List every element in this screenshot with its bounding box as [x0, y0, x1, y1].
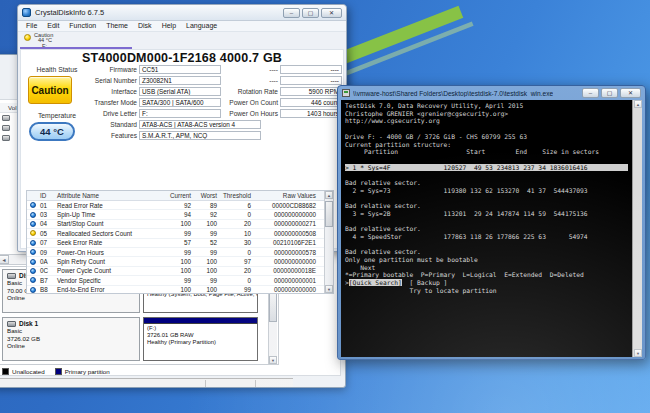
- drive-tab-strip: Caution 44 °C F:: [18, 32, 346, 49]
- scroll-down-arrow-icon[interactable]: ▼: [325, 285, 333, 293]
- legend-swatch: [2, 368, 9, 375]
- field-row: Rotation Rate 5900 RPM: [224, 86, 342, 97]
- table-row[interactable]: 0C Power Cycle Count 100 100 20 00000000…: [27, 267, 333, 276]
- field-value: 1403 hours: [280, 109, 342, 118]
- attribute-status-icon: [30, 240, 36, 246]
- field-label: Power On Hours: [224, 110, 278, 117]
- disk-row: Disk 1 Basic 3726.02 GB Online (F:) 3726…: [0, 317, 278, 361]
- scroll-up-arrow-icon[interactable]: ▲: [325, 191, 333, 199]
- caution-status-icon: [24, 34, 31, 41]
- scrollbar-thumb[interactable]: [325, 201, 333, 227]
- minimize-button[interactable]: –: [283, 8, 300, 18]
- field-value: 446 count: [280, 98, 342, 107]
- menu-item[interactable]: File: [21, 21, 42, 31]
- field-value: ATA8-ACS | ATA8-ACS version 4: [139, 120, 261, 129]
- maximize-button[interactable]: ▢: [302, 8, 319, 18]
- table-row[interactable]: 01 Read Error Rate 92 89 6 00000CD88682: [27, 201, 333, 210]
- disk-state: Online: [7, 294, 135, 301]
- field-row: Power On Hours 1403 hours: [224, 108, 342, 119]
- drive-info-panel: ST4000DM000-1F2168 4000.7 GB Health Stat…: [20, 49, 344, 249]
- table-row[interactable]: B8 End-to-End Error 100 100 99 000000000…: [27, 286, 333, 294]
- legend-swatch: [55, 368, 62, 375]
- field-value: 5900 RPM: [280, 87, 342, 96]
- menu-item[interactable]: Disk: [133, 21, 157, 31]
- attribute-status-icon: [30, 259, 36, 265]
- field-value: CC51: [139, 65, 221, 74]
- field-label: Power On Count: [224, 99, 278, 106]
- testdisk-window[interactable]: \\vmware-host\Shared Folders\Desktop\tes…: [337, 85, 646, 360]
- volume-health: Healthy (Primary Partition): [147, 339, 254, 346]
- partition-box[interactable]: (F:) 3726.01 GB RAW Healthy (Primary Par…: [143, 317, 258, 361]
- field-value: ----: [280, 65, 342, 74]
- table-row[interactable]: 0A Spin Retry Count 100 100 97 000000000…: [27, 257, 333, 266]
- console-app-icon: [342, 89, 350, 97]
- app-icon: [22, 8, 31, 17]
- field-value: Z30082N1: [139, 76, 221, 85]
- field-row: Power On Count 446 count: [224, 97, 342, 108]
- table-row[interactable]: 04 Start/Stop Count 100 100 20 000000000…: [27, 220, 333, 229]
- vertical-scrollbar[interactable]: ▲ ▼: [324, 191, 333, 293]
- disk-icon: [7, 273, 16, 279]
- table-row[interactable]: 09 Power-On Hours 99 99 0 000000000578: [27, 248, 333, 257]
- title-bar[interactable]: CrystalDiskInfo 6.7.5 – ▢ ✕: [18, 5, 346, 21]
- table-row[interactable]: 07 Seek Error Rate 57 52 30 00210106F2E1: [27, 239, 333, 248]
- status-bar: [0, 378, 293, 387]
- menu-item[interactable]: Language: [181, 21, 222, 31]
- legend-item: Primary partition: [55, 368, 110, 375]
- scrollbar-thumb[interactable]: [269, 292, 277, 322]
- smart-attribute-table: ID Attribute Name Current Worst Threshol…: [26, 190, 334, 294]
- disk-icon: [7, 321, 16, 327]
- field-value: SATA/300 | SATA/600: [139, 98, 221, 107]
- field-value: USB (Serial ATA): [139, 87, 221, 96]
- field-label: Rotation Rate: [224, 88, 278, 95]
- disk-state: Online: [7, 342, 135, 349]
- temperature-label: Temperature: [27, 112, 87, 119]
- table-body: 01 Read Error Rate 92 89 6 00000CD88682 …: [27, 201, 333, 294]
- scroll-down-arrow-icon[interactable]: ▼: [269, 356, 277, 364]
- attribute-status-icon: [30, 202, 36, 208]
- table-row[interactable]: 03 Spin-Up Time 94 92 0 000000000000: [27, 210, 333, 219]
- attribute-status-icon: [30, 277, 36, 283]
- disk-size: 3726.02 GB: [7, 335, 135, 342]
- vertical-scrollbar[interactable]: ▲ ▼: [632, 100, 642, 357]
- scroll-up-arrow-icon[interactable]: ▲: [634, 100, 642, 108]
- health-status-button[interactable]: Caution: [28, 76, 72, 104]
- minimize-button[interactable]: –: [582, 88, 599, 98]
- legend-label: Primary partition: [65, 368, 110, 375]
- close-button[interactable]: ✕: [321, 8, 342, 18]
- attribute-status-icon: [30, 212, 36, 218]
- window-title: \\vmware-host\Shared Folders\Desktop\tes…: [353, 90, 553, 97]
- temperature-indicator[interactable]: 44 °C: [29, 122, 75, 141]
- field-label: Transfer Mode: [81, 99, 137, 106]
- table-header: ID Attribute Name Current Worst Threshol…: [27, 191, 333, 201]
- title-bar[interactable]: \\vmware-host\Shared Folders\Desktop\tes…: [338, 86, 645, 100]
- table-row[interactable]: B7 Vendor Specific 99 99 0 000000000001: [27, 276, 333, 285]
- scroll-left-arrow-icon[interactable]: ◄: [0, 255, 9, 264]
- testdisk-console[interactable]: TestDisk 7.0, Data Recovery Utility, Apr…: [341, 100, 634, 357]
- attribute-status-icon: [30, 221, 36, 227]
- close-button[interactable]: ✕: [620, 88, 641, 98]
- desktop: Vol ◄ ► Disk 0 Basic 70.00 GB Online: [0, 0, 650, 413]
- volume-size: 3726.01 GB RAW: [147, 332, 254, 339]
- volume-icon: [2, 115, 10, 121]
- field-label: Features: [81, 132, 137, 139]
- field-label: Standard: [81, 121, 137, 128]
- partition-legend: Unallocated Primary partition: [0, 366, 279, 377]
- menu-item[interactable]: Function: [64, 21, 101, 31]
- table-row[interactable]: 05 Reallocated Sectors Count 99 99 10 00…: [27, 229, 333, 238]
- crystaldiskinfo-window[interactable]: CrystalDiskInfo 6.7.5 – ▢ ✕ FileEditFunc…: [17, 4, 347, 252]
- attribute-status-icon: [30, 287, 36, 293]
- drive-fields-right: ---- ---- ---- ---- Rotation Rate 5900 R…: [224, 64, 342, 119]
- menu-bar: FileEditFunctionThemeDiskHelpLanguage: [18, 21, 346, 32]
- maximize-button[interactable]: ▢: [601, 88, 618, 98]
- menu-item[interactable]: Edit: [42, 21, 64, 31]
- legend-item: Unallocated: [2, 368, 45, 375]
- menu-item[interactable]: Theme: [101, 21, 133, 31]
- menu-item[interactable]: Help: [157, 21, 181, 31]
- volume-icon: [2, 135, 10, 141]
- scroll-down-arrow-icon[interactable]: ▼: [634, 349, 642, 357]
- field-value: F:: [139, 109, 221, 118]
- disk-type: Basic: [7, 327, 135, 334]
- disk-name: Disk 1: [19, 320, 38, 327]
- disk-label-box[interactable]: Disk 1 Basic 3726.02 GB Online: [2, 317, 140, 361]
